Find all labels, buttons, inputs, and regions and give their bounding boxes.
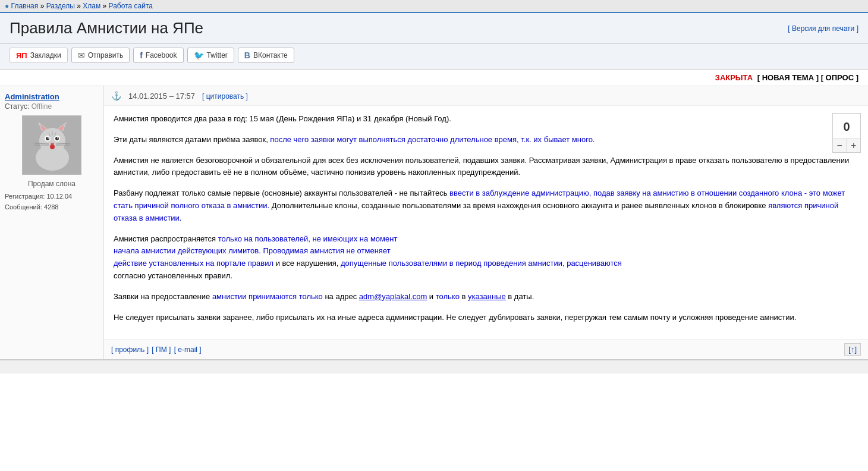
avatar <box>22 115 81 175</box>
twitter-share-button[interactable]: 🐦 Twitter <box>187 48 234 63</box>
email-link[interactable]: adm@yaplakal.com <box>359 292 427 301</box>
post-paragraph-1: Амнистия проводится два раза в год: 15 м… <box>114 113 858 125</box>
vote-buttons: − + <box>833 139 860 152</box>
highlight-dates: указанные <box>468 292 506 301</box>
main-content: Administration Статус: Offline <box>0 86 868 360</box>
svg-point-11 <box>48 137 49 139</box>
breadcrumb-sep3: » <box>103 2 109 10</box>
highlight-amnesty: амнистии принимаются только <box>212 292 323 301</box>
closed-label: ЗАКРЫТА <box>715 73 753 82</box>
post-paragraph-5: Амнистия распространяется только на поль… <box>114 233 858 282</box>
user-reg-info: Регистрация: 10.12.04 Сообщений: 4288 <box>5 191 99 212</box>
highlight-rules: действие установленных на портале правил <box>114 259 273 268</box>
post-paragraph-6: Заявки на предоставление амнистии приним… <box>114 291 858 303</box>
breadcrumb-site[interactable]: Работа сайта <box>109 2 153 10</box>
actions-bar: ЗАКРЫТА [ НОВАЯ ТЕМА ] [ ОПРОС ] <box>0 70 868 86</box>
email-footer-link[interactable]: [ e-mail ] <box>174 346 202 354</box>
anchor-icon: ⚓ <box>111 91 121 101</box>
user-title: Продам слона <box>5 180 99 188</box>
email-icon: ✉ <box>78 51 85 60</box>
post-body: 0 − + Амнистия проводится два раза в год… <box>104 106 868 339</box>
vote-plus-button[interactable]: + <box>847 139 861 152</box>
breadcrumb-sep2: » <box>77 2 83 10</box>
highlight-mislead: ввести в заблуждение администрацию, пода… <box>114 189 845 210</box>
email-share-button[interactable]: ✉ Отправить <box>71 48 130 63</box>
vk-share-button[interactable]: В ВКонтакте <box>238 48 294 63</box>
facebook-share-button[interactable]: f Facebook <box>133 48 183 63</box>
print-link[interactable]: [ Версия для печати ] <box>788 24 858 33</box>
username-link[interactable]: Administration <box>5 92 99 101</box>
facebook-label: Facebook <box>146 51 177 59</box>
quote-button[interactable]: [ цитировать ] <box>202 92 248 101</box>
user-status: Статус: Offline <box>5 102 99 111</box>
post-paragraph-3: Амнистия не является безоговорочной и об… <box>114 155 858 180</box>
svg-point-18 <box>50 145 55 149</box>
vote-minus-button[interactable]: − <box>833 139 847 152</box>
home-icon: ● <box>5 2 9 10</box>
highlight-violations: допущенные пользователями в период прове… <box>341 259 622 268</box>
footer-links: [ профиль ] [ ПМ ] [ e-mail ] <box>111 346 203 354</box>
twitter-label: Twitter <box>207 51 228 59</box>
breadcrumb-sections[interactable]: Разделы <box>46 2 75 10</box>
title-area: Правила Амнистии на ЯПе [ Версия для печ… <box>0 13 868 44</box>
post-paragraph-2: Эти даты являются датами приёма заявок, … <box>114 134 858 146</box>
status-label: Статус: <box>5 102 29 111</box>
post-paragraph-7: Не следует присылать заявки заранее, либ… <box>114 312 858 324</box>
social-bar: ЯП Закладки ✉ Отправить f Facebook 🐦 Twi… <box>0 44 868 70</box>
svg-point-12 <box>57 137 58 139</box>
facebook-icon: f <box>140 51 143 60</box>
breadcrumb-spam[interactable]: Хлам <box>83 2 100 10</box>
svg-point-10 <box>55 137 59 140</box>
vk-icon: В <box>244 51 250 60</box>
yandex-label: Закладки <box>30 51 61 59</box>
poll-link[interactable]: [ ОПРОС ] <box>821 73 858 82</box>
twitter-icon: 🐦 <box>194 51 204 60</box>
yandex-icon: ЯП <box>16 51 27 60</box>
user-panel: Administration Статус: Offline <box>0 86 104 359</box>
post-date: 14.01.2015 – 17:57 <box>128 92 195 101</box>
vk-label: ВКонтакте <box>253 51 288 59</box>
email-label: Отправить <box>88 51 124 59</box>
highlight-only: только <box>436 292 460 301</box>
highlight-after: после чего заявки могут выполняться дост… <box>270 135 595 144</box>
post-paragraph-4: Разбану подлежат только самые первые (ос… <box>114 187 858 224</box>
highlight-users: только на пользователей, не имеющих на м… <box>218 234 398 243</box>
highlight-limits: начала амнистии действующих лимитов. Про… <box>114 246 391 255</box>
reg-date: 10.12.04 <box>46 193 72 200</box>
breadcrumb-sep1: » <box>40 2 46 10</box>
bottom-placeholder <box>7 363 9 371</box>
bottom-bar <box>0 360 868 373</box>
vote-widget: 0 − + <box>832 113 861 153</box>
status-value: Offline <box>32 102 52 111</box>
breadcrumb-home[interactable]: Главная <box>11 2 39 10</box>
vote-count: 0 <box>833 114 860 139</box>
yandex-bookmarks-button[interactable]: ЯП Закладки <box>10 48 68 63</box>
new-topic-link[interactable]: [ НОВАЯ ТЕМА ] <box>757 73 819 82</box>
up-arrow-button[interactable]: [↑] <box>844 343 861 356</box>
pm-link[interactable]: [ ПМ ] <box>152 346 171 354</box>
post-footer: [ профиль ] [ ПМ ] [ e-mail ] [↑] <box>104 339 868 359</box>
posts-label: Сообщений: <box>5 203 42 211</box>
quote-link: [ цитировать ] <box>202 92 248 101</box>
reg-label: Регистрация: <box>5 193 45 200</box>
post-header: ⚓ 14.01.2015 – 17:57 [ цитировать ] <box>104 86 868 106</box>
profile-link[interactable]: [ профиль ] <box>111 346 149 354</box>
svg-point-9 <box>46 137 49 140</box>
posts-count: 4288 <box>44 203 58 211</box>
breadcrumb-bar: ● Главная » Разделы » Хлам » Работа сайт… <box>0 0 868 13</box>
post-area: ⚓ 14.01.2015 – 17:57 [ цитировать ] 0 − … <box>104 86 868 359</box>
page-title: Правила Амнистии на ЯПе <box>10 19 203 37</box>
